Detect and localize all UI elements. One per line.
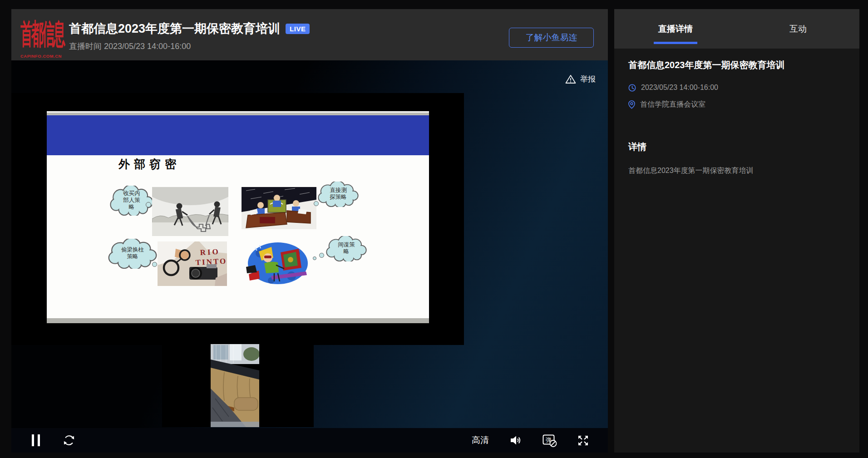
live-time-row: 2023/05/23 14:00-16:00: [628, 84, 718, 92]
live-location-row: 首信学院直播会议室: [628, 100, 705, 109]
header: 首都信息 CAPINFO.COM.CN 首都信息2023年度第一期保密教育培训 …: [11, 9, 608, 60]
bubble-tail-dot: [319, 253, 324, 258]
danmaku-off-icon: 弹: [542, 433, 557, 447]
tab-live-details[interactable]: 直播详情: [614, 9, 737, 49]
refresh-button[interactable]: [62, 428, 76, 453]
report-button[interactable]: 举报: [565, 74, 596, 84]
broadcast-schedule: 直播时间 2023/05/23 14:00-16:00: [69, 41, 191, 52]
learn-xylink-button[interactable]: 了解小鱼易连: [509, 28, 594, 48]
details-heading: 详情: [628, 141, 646, 153]
riotinto-caption-line: RIO: [200, 247, 220, 257]
participant-video-window[interactable]: [162, 344, 314, 427]
refresh-icon: [62, 433, 76, 447]
title-row: 首都信息2023年度第一期保密教育培训 LIVE: [69, 20, 310, 37]
location-pin-icon: [628, 100, 635, 109]
slide-cartoon-spy-illustration: [246, 240, 310, 286]
slide-photo-riotinto: RIO TINTO: [158, 241, 227, 286]
fullscreen-icon: [577, 434, 589, 447]
pause-button[interactable]: [32, 428, 40, 453]
bubble-direct-probe: 直接测探策略: [317, 182, 359, 207]
live-info-sidebar: 直播详情 互动 首都信息2023年度第一期保密教育培训 2023/05/23 1…: [614, 9, 859, 453]
slide-blue-band: [47, 115, 429, 155]
fullscreen-button[interactable]: [577, 428, 589, 453]
bubble-substitution: 偷梁换柱策略: [108, 239, 158, 269]
slide-cartoon-bribery-illustration: [152, 187, 228, 236]
active-tab-underline: [654, 42, 697, 44]
volume-button[interactable]: [509, 428, 522, 453]
live-badge: LIVE: [286, 24, 310, 34]
speaker-icon: [509, 434, 522, 447]
pause-icon: [32, 434, 34, 446]
warning-triangle-icon: [565, 74, 576, 84]
bubble-tail-dot: [146, 202, 151, 207]
live-time: 2023/05/23 14:00-16:00: [641, 84, 718, 92]
sidebar-tabbar: 直播详情 互动: [614, 9, 859, 49]
clock-icon: [628, 84, 636, 92]
bubble-tail-dot: [152, 262, 157, 267]
slide-bottom-strip: [47, 318, 429, 323]
presentation-slide: 外部窃密 收买内部人策略: [47, 111, 429, 323]
live-title: 首都信息2023年度第一期保密教育培训: [628, 59, 845, 71]
slide-title: 外部窃密: [118, 157, 180, 172]
quality-button[interactable]: 高清: [472, 428, 489, 453]
page-title: 首都信息2023年度第一期保密教育培训: [69, 20, 280, 37]
video-player: 举报 外部窃密 收买内部人策略: [11, 60, 608, 453]
player-control-bar: 高清 弹: [11, 428, 608, 453]
quality-label: 高清: [472, 434, 489, 446]
tab-interaction[interactable]: 互动: [737, 9, 859, 49]
logo-subtext: CAPINFO.COM.CN: [20, 54, 62, 59]
live-location: 首信学院直播会议室: [640, 100, 705, 109]
capinfo-logo: 首都信息 CAPINFO.COM.CN: [20, 14, 66, 59]
participant-video-feed: [211, 344, 259, 427]
logo-text: 首都信息: [20, 15, 64, 53]
bubble-buy-insider: 收买内部人策略: [109, 186, 154, 216]
report-label: 举报: [580, 74, 596, 84]
details-text: 首都信息2023年度第一期保密教育培训: [628, 166, 842, 176]
danmaku-toggle-button[interactable]: 弹: [542, 428, 557, 453]
bubble-spy: 间谍策略: [326, 236, 367, 261]
bubble-tail-dot: [313, 256, 316, 260]
bubble-tail-dot: [314, 201, 319, 206]
slide-cartoon-probing-illustration: [242, 187, 316, 229]
